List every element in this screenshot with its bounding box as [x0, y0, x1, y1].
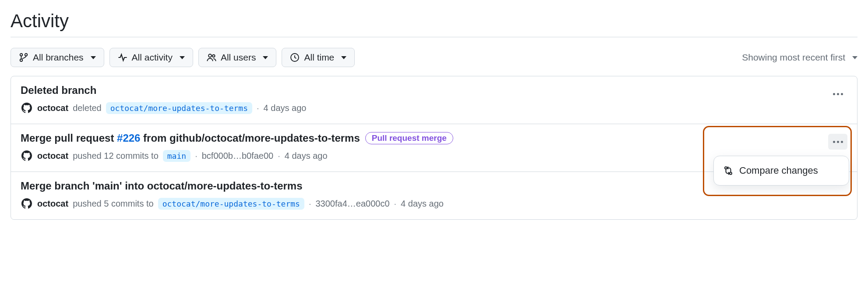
branch-chip[interactable]: octocat/more-updates-to-terms [106, 102, 252, 114]
branch-chip[interactable]: main [163, 150, 191, 162]
svg-point-4 [212, 55, 215, 57]
filter-time-label: All time [304, 52, 334, 63]
filter-users[interactable]: All users [198, 48, 277, 67]
filter-time[interactable]: All time [282, 48, 355, 67]
filter-branches-label: All branches [33, 52, 84, 63]
sort-order-label: Showing most recent first [742, 52, 845, 63]
avatar[interactable] [21, 150, 33, 162]
caret-down-icon [180, 56, 185, 59]
activity-meta: octocat deleted octocat/more-updates-to-… [21, 102, 847, 114]
branch-chip[interactable]: octocat/more-updates-to-terms [158, 198, 304, 210]
activity-item: Merge pull request #226 from github/octo… [11, 124, 857, 172]
activity-meta: octocat pushed 5 commits to octocat/more… [21, 197, 847, 210]
activity-list: Deleted branch octocat deleted octocat/m… [11, 76, 857, 220]
filter-row: All branches All activity All users All … [11, 48, 857, 67]
separator: · [257, 103, 259, 113]
activity-title: Merge pull request #226 from github/octo… [21, 132, 360, 144]
kebab-icon [833, 141, 843, 143]
activity-verb: pushed 5 commits to [73, 199, 154, 209]
username-link[interactable]: octocat [37, 151, 68, 161]
activity-verb: pushed 12 commits to [73, 151, 159, 161]
avatar[interactable] [21, 102, 33, 114]
caret-down-icon [341, 56, 346, 59]
activity-time: 4 days ago [285, 151, 328, 161]
git-branch-icon [19, 53, 28, 62]
clock-icon [290, 53, 300, 62]
activity-dropdown: Compare changes [713, 156, 849, 186]
activity-time: 4 days ago [264, 103, 307, 113]
pulse-icon [118, 53, 127, 62]
activity-verb: deleted [73, 103, 102, 113]
filter-users-label: All users [221, 52, 256, 63]
activity-more-button[interactable] [828, 86, 847, 102]
commit-range[interactable]: 3300fa4…ea000c0 [316, 199, 390, 209]
compare-changes-item[interactable]: Compare changes [716, 161, 846, 181]
caret-down-icon [852, 56, 857, 59]
svg-point-1 [20, 59, 23, 61]
activity-title: Deleted branch [21, 84, 96, 97]
svg-point-2 [25, 54, 28, 56]
compare-changes-label: Compare changes [739, 165, 818, 176]
git-compare-icon [723, 166, 733, 175]
svg-point-3 [208, 54, 212, 57]
activity-title: Merge branch 'main' into octocat/more-up… [21, 180, 303, 192]
filter-activity-label: All activity [132, 52, 173, 63]
separator: · [195, 151, 198, 161]
separator: · [394, 199, 397, 209]
svg-point-0 [20, 54, 23, 56]
commit-range[interactable]: bcf000b…b0fae00 [202, 151, 273, 161]
sort-order-toggle[interactable]: Showing most recent first [742, 52, 857, 63]
separator: · [309, 199, 311, 209]
caret-down-icon [263, 56, 268, 59]
pr-link[interactable]: #226 [117, 132, 140, 144]
filter-activity[interactable]: All activity [109, 48, 193, 67]
activity-more-button[interactable] [828, 134, 847, 150]
people-icon [207, 53, 216, 62]
username-link[interactable]: octocat [37, 103, 68, 113]
caret-down-icon [91, 56, 96, 59]
username-link[interactable]: octocat [37, 199, 68, 209]
activity-time: 4 days ago [401, 199, 444, 209]
pr-merge-badge: Pull request merge [365, 132, 453, 144]
separator: · [278, 151, 280, 161]
page-title: Activity [11, 11, 857, 32]
kebab-icon [833, 93, 843, 95]
filter-branches[interactable]: All branches [11, 48, 104, 67]
activity-item: Deleted branch octocat deleted octocat/m… [11, 76, 857, 124]
avatar[interactable] [21, 197, 33, 210]
